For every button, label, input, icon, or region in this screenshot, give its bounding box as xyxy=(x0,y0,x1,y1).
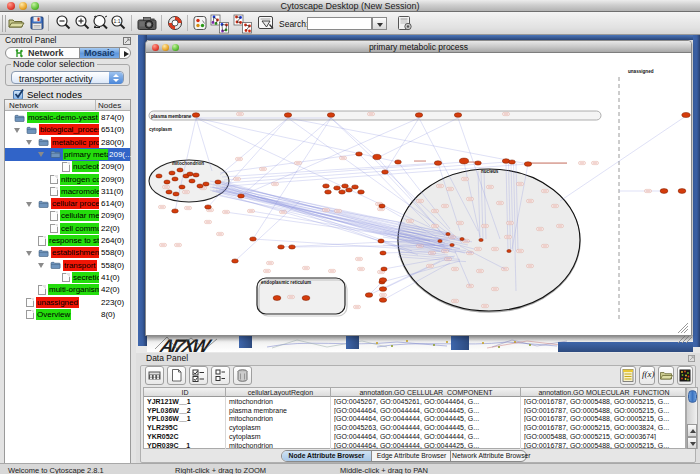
svg-text:1:1: 1:1 xyxy=(114,18,121,24)
svg-text:mitochondrion: mitochondrion xyxy=(172,161,204,166)
svg-text:nucleus: nucleus xyxy=(481,169,499,174)
svg-text:unassigned: unassigned xyxy=(628,69,654,74)
svg-text:plasma membrane: plasma membrane xyxy=(151,114,192,119)
svg-text:endoplasmic reticulum: endoplasmic reticulum xyxy=(261,280,311,285)
svg-text:cytoplasm: cytoplasm xyxy=(149,127,172,132)
